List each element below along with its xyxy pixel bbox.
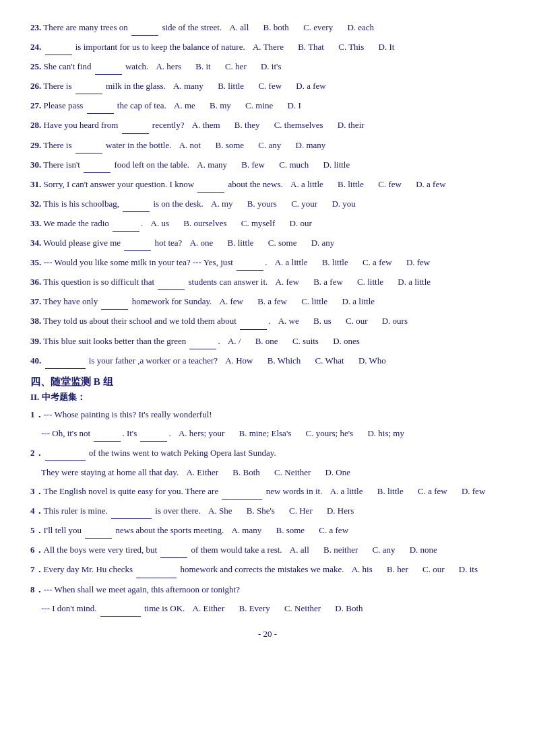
prob8-q: 8．--- When shall we meet again, this aft… xyxy=(30,582,505,597)
page-number: - 20 - xyxy=(30,629,505,640)
prob5: 5．I'll tell you news about the sports me… xyxy=(30,523,505,539)
section4: 四、随堂监测 B 组 II. 中考题集： 1．--- Whose paintin… xyxy=(30,376,505,617)
prob4: 4．This ruler is mine. is over there. A. … xyxy=(30,504,505,519)
q28: 28. Have you heard from recently? A. the… xyxy=(30,118,505,133)
q33: 33. We made the radio . A. us B. ourselv… xyxy=(30,216,505,232)
q29: 29. There is water in the bottle. A. not… xyxy=(30,138,505,153)
prob3: 3．The English novel is quite easy for yo… xyxy=(30,484,505,500)
q23: 23. There are many trees on side of the … xyxy=(30,20,505,36)
q32: 32. This is his schoolbag, is on the des… xyxy=(30,197,505,212)
q27: 27. Please pass the cap of tea. A. me B.… xyxy=(30,98,505,114)
q30: 30. There isn't food left on the table. … xyxy=(30,158,505,173)
prob6: 6．All the boys were very tired, but of t… xyxy=(30,543,505,558)
q38: 38. They told us about their school and … xyxy=(30,314,505,329)
content-area: 23. There are many trees on side of the … xyxy=(30,20,505,640)
q35: 35. --- Would you like some milk in your… xyxy=(30,255,505,271)
q37: 37. They have only homework for Sunday. … xyxy=(30,294,505,310)
section4-subtitle: II. 中考题集： xyxy=(30,391,505,403)
q31: 31. Sorry, I can't answer your question.… xyxy=(30,177,505,193)
prob2-q: 2． of the twins went to watch Peking Ope… xyxy=(30,446,505,461)
q40: 40. is your father ,a worker or a teache… xyxy=(30,353,505,369)
q39: 39. This blue suit looks better than the… xyxy=(30,334,505,349)
q24: 24. is important for us to keep the bala… xyxy=(30,40,505,55)
q25: 25. She can't find watch. A. hers B. it … xyxy=(30,59,505,75)
prob1-q: 1．--- Whose painting is this? It's reall… xyxy=(30,407,505,422)
q34: 34. Would please give me hot tea? A. one… xyxy=(30,236,505,251)
prob8-a: --- I don't mind. time is OK. A. Either … xyxy=(41,601,505,617)
section4-title: 四、随堂监测 B 组 xyxy=(30,376,505,388)
q26: 26. There is milk in the glass. A. many … xyxy=(30,79,505,94)
questions-section: 23. There are many trees on side of the … xyxy=(30,20,505,369)
q36: 36. This question is so difficult that s… xyxy=(30,275,505,290)
prob2-a: They were staying at home all that day. … xyxy=(41,465,505,480)
prob7: 7．Every day Mr. Hu checks homework and c… xyxy=(30,562,505,578)
prob1-a: --- Oh, it's not . It's . A. hers; your … xyxy=(41,426,505,442)
